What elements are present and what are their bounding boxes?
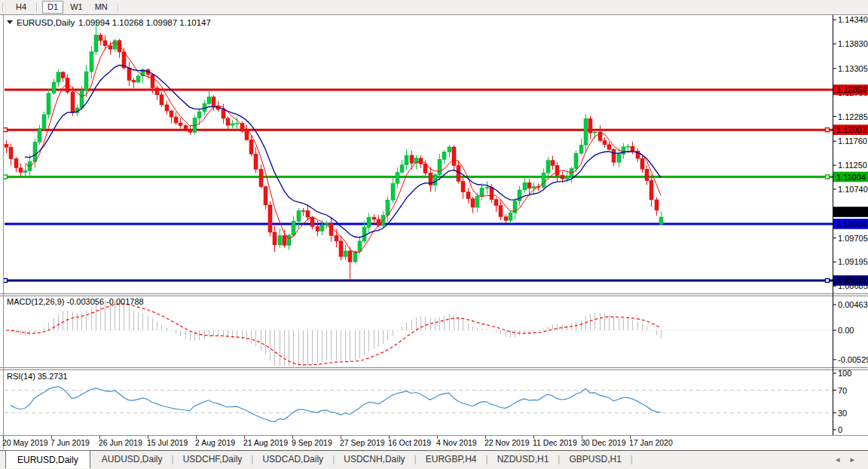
price-tick-label: 1.10740 (838, 185, 868, 194)
macd-tick-label: 0.00 (838, 326, 854, 335)
chart-tab-gbpusd-h1[interactable]: GBPUSD,H1 (560, 451, 630, 469)
macd-indicator-label: MACD(12,26,9) -0.003056 -0.001788 (7, 297, 144, 306)
tabs-scroll-left-icon[interactable]: ◂ (836, 455, 851, 464)
toolbar-separator (118, 2, 119, 13)
date-label: 26 Jun 2019 (99, 438, 142, 447)
chart-tab-nzdusd-h1[interactable]: NZDUSD,H1 (488, 451, 558, 469)
timeframe-button-mn[interactable]: MN (90, 1, 113, 14)
chart-tab-usdcad-daily[interactable]: USDCAD,Daily (253, 451, 332, 469)
rsi-tick-label: 70 (838, 386, 847, 395)
price-marker-text: 1.12003 (836, 125, 866, 134)
date-label: 22 Nov 2019 (484, 438, 530, 447)
rsi-panel (5, 387, 833, 422)
tabs-scroll-right-icon[interactable]: ▸ (850, 455, 865, 464)
price-tick-label: 1.13305 (838, 64, 868, 73)
timeframe-button-d1[interactable]: D1 (42, 1, 63, 14)
line-handle[interactable] (4, 128, 8, 132)
date-axis: 20 May 20197 Jun 201926 Jun 201915 Jul 2… (2, 436, 673, 447)
chart-tabs-bar: EURUSD,Daily|AUDUSD,Daily|USDCHF,Daily|U… (0, 450, 868, 469)
chart-title-symbol: EURUSD,Daily (17, 18, 75, 27)
rsi-tick-label: 100 (838, 369, 851, 378)
date-label: 27 Sep 2019 (340, 438, 385, 447)
date-label: 30 Dec 2019 (581, 438, 626, 447)
chart-tab-usdcnh-daily[interactable]: USDCNH,Daily (335, 451, 414, 469)
price-marker-text: 1.10147 (836, 207, 866, 216)
toolbar-drag-handle-icon[interactable] (2, 2, 6, 12)
ma-slow-line (25, 66, 661, 238)
line-handle[interactable] (4, 278, 8, 282)
price-tick-label: 1.09195 (838, 257, 868, 266)
macd-tick-label: -0.005299 (838, 355, 868, 364)
chart-canvas: 1.143401.138301.133051.127901.122851.117… (0, 0, 868, 469)
date-label: 20 May 2019 (2, 438, 48, 447)
date-label: 7 Jun 2019 (50, 438, 90, 447)
line-handle[interactable] (826, 128, 830, 132)
line-handle[interactable] (826, 278, 830, 282)
chart-title-ohlc: 1.09994 1.10268 1.09987 1.10147 (78, 18, 211, 27)
chart-tab-usdchf-daily[interactable]: USDCHF,Daily (174, 451, 252, 469)
toolbar-separator (36, 2, 38, 13)
price-marker-text: 1.10004 (836, 219, 866, 228)
date-label: 11 Dec 2019 (533, 438, 577, 447)
line-handle[interactable] (4, 175, 8, 179)
price-tick-label: 1.11250 (838, 161, 867, 170)
macd-tick-label: 0.00463 (838, 300, 868, 309)
date-label: 21 Aug 2019 (243, 438, 288, 447)
main-price-panel (4, 20, 833, 282)
date-label: 2 Aug 2019 (195, 438, 235, 447)
price-axis: 1.143401.138301.133051.127901.122851.117… (833, 15, 868, 434)
line-handle[interactable] (826, 175, 830, 179)
macd-panel (5, 300, 833, 372)
price-tick-label: 1.14340 (838, 15, 868, 24)
macd-signal-line (6, 304, 661, 365)
rsi-tick-label: 0 (838, 425, 842, 434)
price-tick-label: 1.11760 (838, 136, 867, 146)
symbol-dropdown-icon[interactable] (7, 20, 13, 24)
rsi-line (11, 387, 661, 422)
price-tick-label: 1.12285 (838, 112, 868, 121)
price-marker-text: 1.11004 (836, 173, 866, 182)
timeframe-button-h4[interactable]: H4 (11, 1, 32, 14)
ma-fast-line (25, 42, 661, 253)
tab-separator: | (631, 451, 633, 469)
rsi-indicator-label: RSI(14) 35.2731 (7, 372, 68, 381)
price-marker-text: 1.08802 (836, 276, 866, 285)
date-label: 4 Nov 2019 (436, 438, 477, 447)
chart-tab-audusd-daily[interactable]: AUDUSD,Daily (93, 451, 172, 469)
date-label: 16 Oct 2019 (388, 438, 431, 447)
chart-tab-eurusd-daily[interactable]: EURUSD,Daily (5, 450, 90, 468)
timeframe-toolbar: H4D1W1MN (0, 0, 868, 15)
candles-layer (5, 20, 663, 280)
date-label: 15 Jul 2019 (147, 438, 188, 447)
timeframe-button-w1[interactable]: W1 (65, 1, 88, 14)
date-label: 17 Jan 2020 (629, 438, 673, 447)
price-marker-text: 1.12854 (836, 85, 866, 94)
rsi-tick-label: 30 (838, 409, 847, 418)
price-tick-label: 1.09705 (838, 234, 868, 243)
mt4-window: H4D1W1MN 1.143401.138301.133051.127901.1… (0, 0, 868, 469)
date-label: 9 Sep 2019 (292, 438, 332, 447)
chart-tab-eurgbp-h4[interactable]: EURGBP,H4 (417, 451, 486, 469)
price-tick-label: 1.13830 (838, 39, 868, 48)
